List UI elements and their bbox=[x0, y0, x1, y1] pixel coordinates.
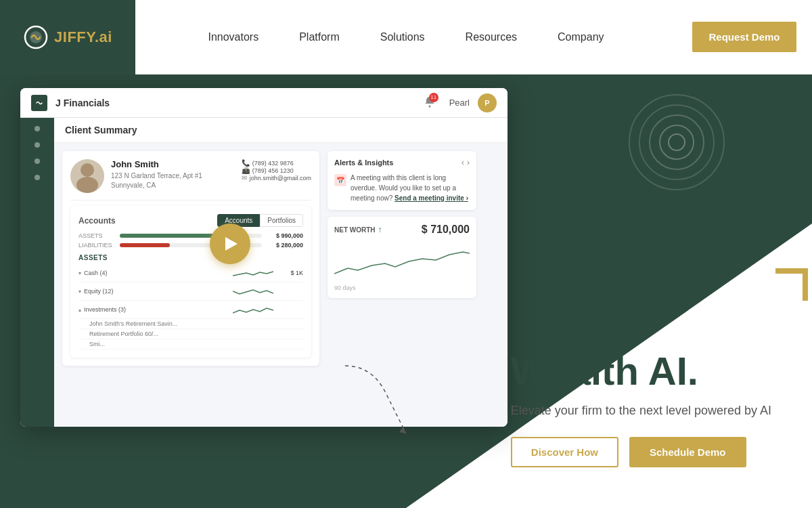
liabilities-bar-fill bbox=[120, 243, 170, 247]
svg-marker-10 bbox=[399, 427, 406, 433]
phone2-row: 📠 (789) 456 1230 bbox=[242, 167, 311, 174]
liabilities-bar-row: LIABILITIES $ 280,000 bbox=[78, 242, 303, 249]
accounts-card: Accounts Accounts Portfolios ASSETS bbox=[70, 206, 311, 358]
nav-innovators[interactable]: Innovators bbox=[208, 28, 258, 46]
hero-buttons: Discover How Schedule Demo bbox=[511, 437, 771, 467]
equity-sparkline bbox=[233, 284, 273, 298]
chevron-investments-icon: ▴ bbox=[78, 307, 81, 313]
jiffy-logo-icon bbox=[23, 24, 49, 50]
notification-badge: 11 bbox=[429, 93, 438, 102]
nav-resources[interactable]: Resources bbox=[466, 28, 517, 46]
phone1-row: 📞 (789) 432 9876 bbox=[242, 159, 311, 167]
nw-value: $ 710,000 bbox=[422, 224, 470, 236]
alerts-next-icon[interactable]: › bbox=[467, 158, 470, 167]
asset-investments-label: Investments (3) bbox=[84, 306, 230, 313]
nw-trend-icon: ↑ bbox=[378, 225, 382, 234]
logo-text: JIFFY.ai bbox=[54, 28, 112, 46]
asset-row-investments: ▴ Investments (3) bbox=[78, 301, 303, 319]
sub-row-2: Smi... bbox=[78, 339, 303, 350]
alerts-prev-icon[interactable]: ‹ bbox=[461, 158, 464, 167]
assets-bar-value: $ 990,000 bbox=[266, 232, 303, 239]
bell-icon[interactable]: 11 bbox=[424, 96, 436, 110]
client-avatar-img bbox=[74, 159, 101, 193]
nw-label: NET WORTH ↑ bbox=[334, 225, 382, 234]
request-demo-button[interactable]: Request Demo bbox=[692, 22, 796, 52]
liabilities-bar-label: LIABILITIES bbox=[78, 242, 116, 249]
sidebar-dot-3 bbox=[35, 158, 40, 164]
hero-subtitle: Elevate your firm to the next level powe… bbox=[511, 404, 771, 418]
nav-solutions[interactable]: Solutions bbox=[380, 28, 425, 46]
client-address: 123 N Garland Terrace, Apt #1 bbox=[111, 171, 202, 181]
phone-icon-1: 📞 bbox=[242, 159, 250, 167]
accounts-header: Accounts Accounts Portfolios bbox=[78, 214, 303, 227]
discover-how-button[interactable]: Discover How bbox=[511, 437, 618, 467]
nw-period: 90 days bbox=[334, 284, 470, 291]
chevron-cash-icon: ▾ bbox=[78, 270, 81, 276]
play-button[interactable] bbox=[210, 224, 250, 264]
alert-text: A meeting with this client is long overd… bbox=[351, 173, 470, 203]
alerts-title: Alerts & Insights bbox=[334, 158, 393, 167]
client-top: John Smith 123 N Garland Terrace, Apt #1… bbox=[70, 159, 311, 200]
svg-point-7 bbox=[428, 105, 430, 107]
asset-cash-value: $ 1K bbox=[276, 270, 303, 276]
accounts-title: Accounts bbox=[78, 216, 116, 226]
dash-main-content: Client Summary bbox=[54, 118, 508, 427]
header-cta-area: Request Demo bbox=[677, 0, 812, 75]
calendar-alert-icon: 📅 bbox=[334, 174, 346, 186]
sub-row-1: Retirement Portfolio 60/... bbox=[78, 329, 303, 339]
email-icon: ✉ bbox=[242, 174, 247, 182]
cards-row-1: John Smith 123 N Garland Terrace, Apt #1… bbox=[54, 143, 508, 374]
assets-bar-label: ASSETS bbox=[78, 232, 116, 239]
dashboard-panel: J Financials 11 Pearl P Client Summ bbox=[20, 88, 508, 427]
assets-section-title: ASSETS bbox=[78, 254, 303, 261]
svg-point-6 bbox=[669, 134, 685, 150]
schedule-demo-button[interactable]: Schedule Demo bbox=[629, 437, 746, 467]
svg-point-9 bbox=[76, 177, 98, 193]
chevron-equity-icon: ▾ bbox=[78, 289, 81, 295]
dash-company-name: J Financials bbox=[55, 98, 415, 108]
svg-point-3 bbox=[639, 105, 714, 179]
gold-bracket-icon bbox=[771, 264, 812, 305]
alerts-header: Alerts & Insights ‹ › bbox=[334, 158, 470, 167]
header: JIFFY.ai Innovators Platform Solutions R… bbox=[0, 0, 812, 75]
svg-point-8 bbox=[81, 163, 94, 177]
networth-card: NET WORTH ↑ $ 710,000 90 days bbox=[328, 217, 476, 298]
client-contacts: 📞 (789) 432 9876 📠 (789) 456 1230 ✉ john bbox=[242, 159, 311, 182]
nav-platform[interactable]: Platform bbox=[299, 28, 340, 46]
email-row: ✉ john.smith@gmail.com bbox=[242, 174, 311, 182]
client-phone2: (789) 456 1230 bbox=[252, 167, 294, 174]
play-triangle-icon bbox=[225, 237, 238, 251]
svg-point-5 bbox=[660, 125, 694, 159]
alerts-card: Alerts & Insights ‹ › 📅 A meeting with t… bbox=[328, 151, 476, 210]
client-info-card: John Smith 123 N Garland Terrace, Apt #1… bbox=[62, 151, 319, 366]
assets-section: ASSETS ▾ Cash (4) $ 1K bbox=[78, 254, 303, 350]
fax-icon: 📠 bbox=[242, 167, 250, 174]
investments-sparkline bbox=[233, 303, 273, 316]
dashboard-content: Client Summary bbox=[20, 118, 508, 427]
client-details: John Smith 123 N Garland Terrace, Apt #1… bbox=[111, 159, 202, 190]
asset-cash-label: Cash (4) bbox=[84, 270, 230, 276]
right-panel: Alerts & Insights ‹ › 📅 A meeting with t… bbox=[328, 151, 476, 366]
spiral-decoration-icon bbox=[623, 88, 731, 196]
alert-item: 📅 A meeting with this client is long ove… bbox=[334, 173, 470, 203]
dash-username: Pearl bbox=[449, 98, 470, 108]
alert-link[interactable]: Send a meeting invite › bbox=[394, 194, 468, 202]
client-email: john.smith@gmail.com bbox=[250, 175, 311, 182]
svg-point-2 bbox=[629, 95, 724, 190]
hero-text-area: Wealth AI. Elevate your firm to the next… bbox=[511, 350, 771, 467]
sidebar-dot-2 bbox=[35, 142, 40, 148]
client-name: John Smith bbox=[111, 159, 202, 169]
hero-headline: Wealth AI. bbox=[511, 350, 771, 393]
dash-sidebar bbox=[20, 118, 54, 427]
nav-company[interactable]: Company bbox=[558, 28, 604, 46]
cash-sparkline bbox=[233, 266, 273, 280]
alerts-nav[interactable]: ‹ › bbox=[461, 158, 470, 167]
tab-portfolios[interactable]: Portfolios bbox=[260, 214, 303, 227]
client-phone1: (789) 432 9876 bbox=[252, 160, 294, 167]
user-avatar: P bbox=[478, 93, 497, 112]
logo-inner: JIFFY.ai bbox=[23, 24, 112, 50]
client-city: Sunnyvale, CA bbox=[111, 181, 202, 190]
sidebar-dot-4 bbox=[35, 175, 40, 180]
hero-section: J Financials 11 Pearl P Client Summ bbox=[0, 75, 812, 508]
assets-bar-row: ASSETS $ 990,000 bbox=[78, 232, 303, 239]
